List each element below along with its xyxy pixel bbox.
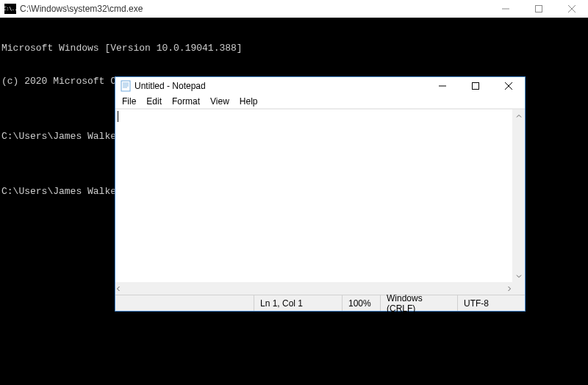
notepad-editor-wrap bbox=[115, 109, 525, 282]
menu-help[interactable]: Help bbox=[234, 95, 263, 108]
status-zoom: 100% bbox=[342, 295, 380, 311]
minimize-icon bbox=[439, 82, 446, 90]
close-icon bbox=[568, 5, 576, 12]
chevron-down-icon bbox=[516, 273, 522, 279]
cmd-icon: C:\.. bbox=[4, 4, 16, 14]
menu-file[interactable]: File bbox=[117, 95, 141, 108]
svg-rect-10 bbox=[472, 83, 478, 90]
scroll-up-button[interactable] bbox=[512, 109, 525, 122]
scroll-right-button[interactable] bbox=[506, 282, 512, 295]
scroll-left-button[interactable] bbox=[115, 282, 121, 295]
close-icon bbox=[505, 82, 512, 90]
menu-view[interactable]: View bbox=[205, 95, 234, 108]
maximize-icon bbox=[472, 82, 479, 90]
maximize-button[interactable] bbox=[459, 77, 492, 95]
notepad-menubar: File Edit Format View Help bbox=[115, 95, 525, 109]
notepad-textarea[interactable] bbox=[115, 109, 512, 282]
maximize-icon bbox=[535, 5, 542, 12]
status-position: Ln 1, Col 1 bbox=[254, 295, 342, 311]
cmd-output-line: Microsoft Windows [Version 10.0.19041.38… bbox=[1, 43, 587, 54]
status-encoding: UTF-8 bbox=[457, 295, 525, 311]
scroll-down-button[interactable] bbox=[512, 270, 525, 282]
close-button[interactable] bbox=[492, 77, 525, 95]
horizontal-scrollbar[interactable] bbox=[115, 282, 512, 295]
notepad-titlebar[interactable]: Untitled - Notepad bbox=[115, 77, 525, 95]
chevron-right-icon bbox=[506, 286, 512, 292]
vertical-scrollbar[interactable] bbox=[512, 109, 525, 282]
scrollbar-corner bbox=[512, 282, 525, 295]
minimize-button[interactable] bbox=[489, 0, 522, 18]
cmd-window-title: C:\Windows\system32\cmd.exe bbox=[20, 4, 143, 14]
minimize-button[interactable] bbox=[426, 77, 459, 95]
notepad-statusbar: Ln 1, Col 1 100% Windows (CRLF) UTF-8 bbox=[115, 295, 525, 311]
maximize-button[interactable] bbox=[522, 0, 555, 18]
text-cursor bbox=[118, 111, 118, 122]
close-button[interactable] bbox=[555, 0, 588, 18]
notepad-window-title: Untitled - Notepad bbox=[135, 81, 206, 91]
menu-edit[interactable]: Edit bbox=[141, 95, 167, 108]
chevron-left-icon bbox=[115, 286, 121, 292]
menu-format[interactable]: Format bbox=[167, 95, 205, 108]
notepad-icon bbox=[121, 80, 131, 92]
status-eol: Windows (CRLF) bbox=[380, 295, 457, 311]
cmd-titlebar[interactable]: C:\.. C:\Windows\system32\cmd.exe bbox=[0, 0, 588, 18]
chevron-up-icon bbox=[516, 113, 522, 119]
minimize-icon bbox=[502, 5, 509, 12]
scroll-track[interactable] bbox=[512, 122, 525, 270]
notepad-window: Untitled - Notepad File Edit Format View… bbox=[115, 76, 526, 312]
svg-rect-1 bbox=[535, 6, 542, 12]
